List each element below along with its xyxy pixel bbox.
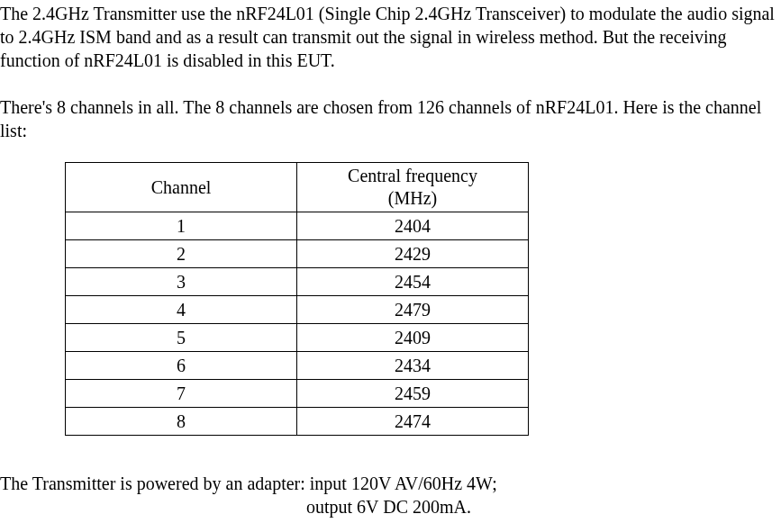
- channel-frequency-table: Channel Central frequency (MHz) 1 2404 2…: [65, 162, 529, 436]
- cell-frequency: 2474: [297, 408, 529, 436]
- header-frequency-line2: (MHz): [388, 188, 437, 208]
- table-row: 1 2404: [66, 212, 529, 240]
- cell-frequency: 2429: [297, 240, 529, 268]
- cell-channel: 7: [66, 380, 297, 408]
- intro-paragraph: The 2.4GHz Transmitter use the nRF24L01 …: [0, 2, 781, 72]
- table-row: 3 2454: [66, 268, 529, 296]
- cell-frequency: 2409: [297, 324, 529, 352]
- cell-channel: 5: [66, 324, 297, 352]
- cell-channel: 2: [66, 240, 297, 268]
- header-frequency-line1: Central frequency: [348, 166, 477, 185]
- table-row: 7 2459: [66, 380, 529, 408]
- cell-frequency: 2434: [297, 352, 529, 380]
- cell-frequency: 2459: [297, 380, 529, 408]
- cell-frequency: 2404: [297, 212, 529, 240]
- cell-channel: 6: [66, 352, 297, 380]
- table-header-row: Channel Central frequency (MHz): [66, 163, 529, 212]
- table-row: 5 2409: [66, 324, 529, 352]
- header-channel: Channel: [66, 163, 297, 212]
- table-row: 6 2434: [66, 352, 529, 380]
- power-line2: output 6V DC 200mA.: [0, 495, 781, 518]
- cell-channel: 3: [66, 268, 297, 296]
- cell-frequency: 2454: [297, 268, 529, 296]
- channels-paragraph: There's 8 channels in all. The 8 channel…: [0, 95, 781, 142]
- cell-channel: 8: [66, 408, 297, 436]
- cell-channel: 1: [66, 212, 297, 240]
- header-frequency: Central frequency (MHz): [297, 163, 529, 212]
- table-row: 8 2474: [66, 408, 529, 436]
- power-line1: The Transmitter is powered by an adapter…: [0, 472, 781, 495]
- table-row: 2 2429: [66, 240, 529, 268]
- table-row: 4 2479: [66, 296, 529, 324]
- power-info: The Transmitter is powered by an adapter…: [0, 472, 781, 518]
- cell-frequency: 2479: [297, 296, 529, 324]
- cell-channel: 4: [66, 296, 297, 324]
